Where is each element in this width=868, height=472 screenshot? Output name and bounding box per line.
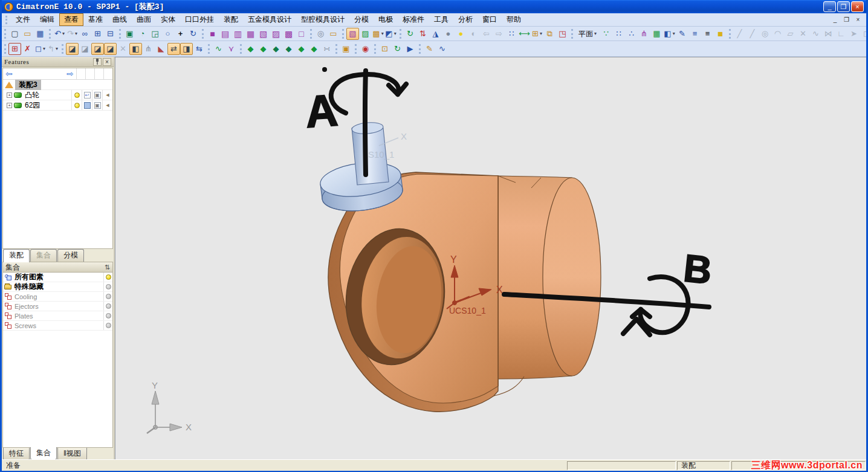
menu-item-装配[interactable]: 装配 [219,13,243,26]
anchor-pin-icon[interactable]: ◉ [359,43,372,55]
menu-item-电极[interactable]: 电极 [374,13,398,26]
feature-add-icon[interactable]: ◆ [244,43,257,55]
sketch-pick-icon[interactable]: ➤ [847,28,860,40]
menu-item-窗口[interactable]: 窗口 [478,13,502,26]
display-hidden-dim-icon[interactable]: ▥ [232,28,244,40]
panel-tab-集合[interactable]: 集合 [30,249,57,262]
sketch-plane-icon[interactable]: ▱ [784,28,797,40]
feature-activate-icon[interactable]: ◆ [295,43,308,55]
grid-points-icon[interactable]: ∷ [612,28,625,40]
set-label[interactable]: Screws [13,322,103,329]
pick-display-icon[interactable]: ◩ [384,28,397,40]
layer-cell[interactable]: ▣ [92,100,102,110]
pick-feature-icon[interactable]: ⊞ [8,43,21,55]
set-row[interactable]: Screws [3,321,112,331]
set-visibility-cell[interactable] [103,282,112,291]
filter-solids-icon[interactable]: ◣ [155,43,167,55]
align-pair-icon[interactable]: ∺ [320,43,333,55]
light-on-icon[interactable]: ● [455,28,467,40]
sketch-corner-icon[interactable]: ∟ [835,28,847,40]
tree-row[interactable]: + 凸轮 ↩ ▣ ◄ [3,90,112,100]
sketch-polyline-icon[interactable]: ╱ [746,28,759,40]
menu-item-文件[interactable]: 文件 [11,13,35,26]
display-transparent-icon[interactable]: ▨ [270,28,282,40]
wire-display-icon[interactable]: ≡ [688,28,701,40]
display-hidden-icon[interactable]: ▦ [244,28,257,40]
zoom-all-icon[interactable]: ○ [161,28,174,40]
copy-display-icon[interactable]: ⧉ [543,28,556,40]
stereo-view-icon[interactable]: ◎ [314,28,327,40]
light-pick-icon[interactable]: ◐ [467,28,480,40]
menu-item-编辑[interactable]: 编辑 [35,13,59,26]
minimize-button[interactable]: _ [823,1,836,12]
feature-table-icon[interactable]: ◆ [270,43,282,55]
catalog-box-icon[interactable]: ▣ [340,43,352,55]
select-window-icon[interactable]: ◻ [34,43,47,55]
set-label[interactable]: 特殊隐藏 [13,282,103,292]
set-visibility-cell[interactable] [103,292,112,301]
tree-root-row[interactable]: 装配3 [3,80,112,90]
play-icon[interactable]: ▶ [404,43,416,55]
relink-icon[interactable]: ↻ [391,43,404,55]
sort-icon[interactable]: ⇅ [105,263,110,271]
relations-icon[interactable]: ∷ [505,28,518,40]
set-row[interactable]: Cooling [3,292,112,302]
texture-mode-icon[interactable]: ▨ [359,28,372,40]
material-mode-icon[interactable]: ▩ [372,28,384,40]
menu-item-分模[interactable]: 分模 [349,13,374,26]
previous-view-icon[interactable]: ⇦ [480,28,493,40]
menu-item-帮助[interactable]: 帮助 [502,13,526,26]
color-table-icon[interactable]: ▦ [650,28,663,40]
line-width-icon[interactable]: ≡ [701,28,714,40]
copy-structure-icon[interactable]: ⊟ [104,28,117,40]
set-visibility-cell[interactable] [103,321,112,330]
ucs-points-icon[interactable]: ∵ [600,28,612,40]
freeform-curve-icon[interactable]: ∿ [436,43,449,55]
display-cell[interactable]: ↩ [82,90,92,100]
light-off-icon[interactable]: ● [442,28,455,40]
box-tool-icon[interactable]: ⊡ [378,43,391,55]
next-view-icon[interactable]: ⇨ [493,28,505,40]
set-visibility-cell[interactable] [103,302,112,311]
grid-points2-icon[interactable]: ∴ [625,28,638,40]
mdi-close-button[interactable]: × [853,16,863,23]
set-label[interactable]: Cooling [13,293,103,300]
sketch-split-icon[interactable]: ⋈ [822,28,835,40]
filter-surfaces-icon[interactable]: ◪ [79,43,91,55]
zoom-selection-icon[interactable]: ◲ [149,28,161,40]
set-row[interactable]: Plates [3,311,112,321]
undo-icon[interactable]: ↶ [53,28,66,40]
flip-view-icon[interactable]: ◮ [429,28,442,40]
display-cell[interactable] [82,100,92,110]
expand-icon[interactable]: + [7,92,12,98]
filter-ucs-icon[interactable]: ◨ [180,43,193,55]
menu-item-基准[interactable]: 基准 [83,13,108,26]
viewport-3d[interactable]: X S10_1 Y X UCS10_1 [115,57,866,459]
tree-item-label[interactable]: 凸轮 [23,90,71,100]
menu-item-工具[interactable]: 工具 [429,13,453,26]
filter-faces-icon[interactable]: ◪ [66,43,79,55]
sketch-trim-icon[interactable]: ✕ [797,28,809,40]
menu-item-曲线[interactable]: 曲线 [108,13,132,26]
sketch-frame-icon[interactable]: ◻ [860,28,868,40]
menu-item-型腔模具设计[interactable]: 型腔模具设计 [296,13,349,26]
expand-icon[interactable]: + [7,103,12,108]
layer-cell[interactable]: ▣ [92,90,102,100]
new-window-icon[interactable]: ⊞ [531,28,543,40]
bottom-tab-特征[interactable]: 特征 [3,448,30,461]
pan-icon[interactable]: + [174,28,187,40]
unselect-icon[interactable]: ✗ [21,43,34,55]
panel-tab-分模[interactable]: 分模 [57,249,84,262]
menu-item-曲面[interactable]: 曲面 [132,13,156,26]
set-row[interactable]: 特殊隐藏 [3,282,112,292]
zoom-window-icon[interactable]: ▣ [123,28,136,40]
dynamic-rotate-icon[interactable]: ↻ [404,28,416,40]
set-row[interactable]: 所有图素 [3,273,112,282]
fill-color-icon[interactable]: ◧ [663,28,676,40]
plane-select[interactable]: 平面 [575,28,600,40]
tree-row[interactable]: + 62园 ▣ ◄ [3,100,112,111]
solid-color-cube-icon[interactable]: ■ [714,28,727,40]
feature-table2-icon[interactable]: ◆ [282,43,295,55]
menu-item-查看[interactable]: 查看 [59,13,83,26]
set-label[interactable]: 所有图素 [13,272,103,282]
